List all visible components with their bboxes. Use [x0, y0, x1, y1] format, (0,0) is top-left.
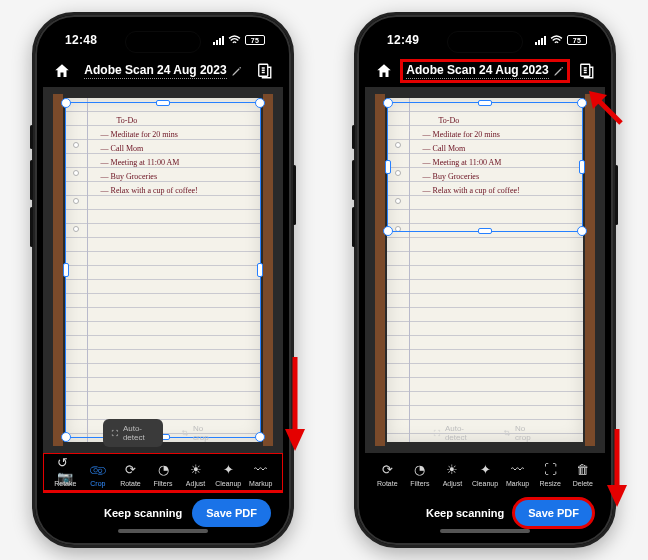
tool-cleanup[interactable]: ✦Cleanup — [212, 459, 245, 489]
scan-preview: To-Do — Meditate for 20 mins — Call Mom … — [43, 87, 283, 453]
rotate-icon: ⟳ — [122, 461, 139, 478]
retake-icon: ↺📷 — [57, 461, 74, 478]
phone-left: 12:48 75 Adobe Scan 24 Aug 2023 — [32, 12, 294, 548]
delete-icon: 🗑 — [574, 461, 591, 478]
crop-frame[interactable] — [387, 102, 584, 232]
no-crop-button[interactable]: No crop — [173, 419, 223, 447]
pencil-icon — [231, 66, 242, 77]
signal-icon — [213, 36, 224, 45]
add-page-icon[interactable] — [255, 62, 273, 80]
tool-label: Crop — [90, 480, 105, 487]
app-header: Adobe Scan 24 Aug 2023 — [43, 57, 283, 87]
tool-rotate[interactable]: ⟳Rotate — [371, 459, 404, 489]
home-icon[interactable] — [375, 62, 393, 80]
auto-detect-icon — [111, 428, 119, 438]
crop-frame[interactable] — [65, 102, 262, 437]
tool-label: Adjust — [443, 480, 462, 487]
tool-label: Delete — [573, 480, 593, 487]
save-pdf-button[interactable]: Save PDF — [514, 499, 593, 527]
document-title[interactable]: Adobe Scan 24 Aug 2023 — [80, 61, 245, 81]
tool-resize[interactable]: ⛶Resize — [534, 459, 567, 489]
no-crop-button[interactable]: No crop — [495, 419, 545, 447]
tool-adjust[interactable]: ☀Adjust — [436, 459, 469, 489]
adjust-icon: ☀ — [187, 461, 204, 478]
resize-icon: ⛶ — [542, 461, 559, 478]
pencil-icon — [553, 66, 564, 77]
tool-label: Markup — [249, 480, 272, 487]
tool-markup[interactable]: 〰Markup — [244, 459, 277, 489]
tool-label: Adjust — [186, 480, 205, 487]
rotate-icon: ⟳ — [379, 461, 396, 478]
tool-label: Markup — [506, 480, 529, 487]
annotation-arrow-icon — [603, 425, 631, 509]
adjust-icon: ☀ — [444, 461, 461, 478]
battery-icon: 75 — [245, 35, 265, 45]
tool-label: Cleanup — [215, 480, 241, 487]
crop-icon: ⟃⟄ — [89, 461, 106, 478]
tool-filters[interactable]: ◔Filters — [147, 459, 180, 489]
markup-icon: 〰 — [252, 461, 269, 478]
tool-label: Rotate — [377, 480, 398, 487]
auto-detect-icon — [433, 428, 441, 438]
tool-rotate[interactable]: ⟳Rotate — [114, 459, 147, 489]
tool-label: Retake — [54, 480, 76, 487]
phone-right: 12:49 75 Adobe Scan 24 Aug 2023 — [354, 12, 616, 548]
cleanup-icon: ✦ — [220, 461, 237, 478]
no-crop-icon — [181, 428, 189, 438]
annotation-arrow-icon — [281, 353, 309, 453]
tool-retake[interactable]: ↺📷Retake — [49, 459, 82, 489]
app-header: Adobe Scan 24 Aug 2023 — [365, 57, 605, 87]
auto-detect-button[interactable]: Auto-detect — [425, 419, 485, 447]
auto-detect-button[interactable]: Auto-detect — [103, 419, 163, 447]
save-pdf-button[interactable]: Save PDF — [192, 499, 271, 527]
notch — [125, 31, 201, 53]
wifi-icon — [228, 35, 241, 45]
filters-icon: ◔ — [155, 461, 172, 478]
home-indicator[interactable] — [118, 529, 208, 533]
tool-label: Filters — [410, 480, 429, 487]
crop-toolbar: Auto-detect No crop — [103, 419, 223, 447]
tool-markup[interactable]: 〰Markup — [501, 459, 534, 489]
clock: 12:48 — [65, 33, 97, 47]
filters-icon: ◔ — [411, 461, 428, 478]
scan-preview: To-Do — Meditate for 20 mins — Call Mom … — [365, 87, 605, 453]
markup-icon: 〰 — [509, 461, 526, 478]
clock: 12:49 — [387, 33, 419, 47]
battery-icon: 75 — [567, 35, 587, 45]
tool-cleanup[interactable]: ✦Cleanup — [469, 459, 502, 489]
tool-delete[interactable]: 🗑Delete — [566, 459, 599, 489]
document-title[interactable]: Adobe Scan 24 Aug 2023 — [402, 61, 567, 81]
cleanup-icon: ✦ — [477, 461, 494, 478]
tool-row: ⟳Rotate◔Filters☀Adjust✦Cleanup〰Markup⛶Re… — [365, 453, 605, 491]
wifi-icon — [550, 35, 563, 45]
tool-filters[interactable]: ◔Filters — [404, 459, 437, 489]
svg-marker-7 — [607, 485, 627, 507]
home-indicator[interactable] — [440, 529, 530, 533]
signal-icon — [535, 36, 546, 45]
tool-adjust[interactable]: ☀Adjust — [179, 459, 212, 489]
home-icon[interactable] — [53, 62, 71, 80]
tool-label: Cleanup — [472, 480, 498, 487]
svg-marker-2 — [285, 429, 305, 451]
tool-label: Filters — [153, 480, 172, 487]
notch — [447, 31, 523, 53]
crop-toolbar: Auto-detect No crop — [425, 419, 545, 447]
tool-label: Resize — [539, 480, 560, 487]
keep-scanning-button[interactable]: Keep scanning — [426, 507, 504, 519]
tool-label: Rotate — [120, 480, 141, 487]
tool-row: ↺📷Retake⟃⟄Crop⟳Rotate◔Filters☀Adjust✦Cle… — [43, 453, 283, 491]
add-page-icon[interactable] — [577, 62, 595, 80]
keep-scanning-button[interactable]: Keep scanning — [104, 507, 182, 519]
no-crop-icon — [503, 428, 511, 438]
tool-crop[interactable]: ⟃⟄Crop — [82, 459, 115, 489]
